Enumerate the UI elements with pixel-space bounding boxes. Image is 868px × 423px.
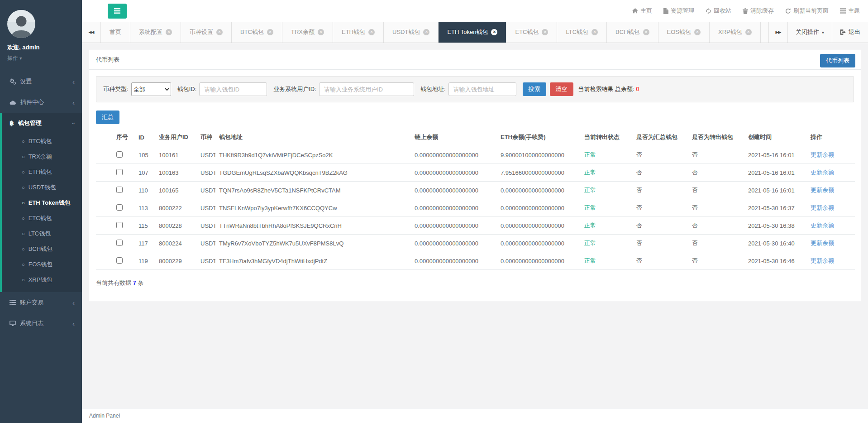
tab-item[interactable]: 系统配置× bbox=[130, 22, 181, 43]
tab-close-icon[interactable]: × bbox=[491, 29, 497, 35]
sidebar-item-system-logs[interactable]: 系统日志‹ bbox=[0, 313, 82, 334]
avatar[interactable] bbox=[7, 10, 35, 38]
chevron-left-icon: ‹ bbox=[72, 320, 75, 327]
sidebar-subitem[interactable]: ○EOS钱包 bbox=[2, 257, 82, 272]
row-checkbox[interactable] bbox=[116, 169, 123, 175]
tab-item[interactable]: ETC钱包× bbox=[506, 22, 557, 43]
tab-item[interactable]: LTC钱包× bbox=[557, 22, 607, 43]
sidebar-subitem[interactable]: ○USDT钱包 bbox=[2, 180, 82, 195]
tab-close-icon[interactable]: × bbox=[643, 29, 649, 35]
update-balance-link[interactable]: 更新余额 bbox=[811, 222, 834, 229]
user-action-dropdown[interactable]: 操作 ▾ bbox=[7, 54, 82, 62]
cell-action: 更新余额 bbox=[807, 182, 855, 199]
cell-is-transfer: 否 bbox=[688, 217, 744, 235]
update-balance-link[interactable]: 更新余额 bbox=[811, 204, 834, 211]
update-balance-link[interactable]: 更新余额 bbox=[811, 257, 834, 264]
sidebar-subitem[interactable]: ○LTC钱包 bbox=[2, 226, 82, 241]
sidebar-item-account-transactions[interactable]: 账户交易‹ bbox=[0, 292, 82, 313]
row-checkbox[interactable] bbox=[116, 257, 123, 264]
trash-icon bbox=[743, 8, 748, 14]
row-checkbox[interactable] bbox=[116, 222, 123, 228]
tab-close-icon[interactable]: × bbox=[694, 29, 701, 35]
tab-close-icon[interactable]: × bbox=[368, 29, 375, 35]
sidebar-subitem[interactable]: ○ETC钱包 bbox=[2, 211, 82, 226]
tab-item[interactable]: ETH Token钱包× bbox=[439, 22, 506, 43]
update-balance-link[interactable]: 更新余额 bbox=[811, 187, 834, 193]
tab-item[interactable]: ETH钱包× bbox=[333, 22, 384, 43]
cell-is-transfer: 否 bbox=[688, 182, 744, 199]
double-chevron-right-icon: ▶▶ bbox=[776, 30, 781, 34]
circle-icon: ○ bbox=[22, 154, 25, 159]
tab-close-icon[interactable]: × bbox=[267, 29, 273, 35]
cell-is-summary: 否 bbox=[633, 164, 688, 182]
clear-cache-link[interactable]: 清除缓存 bbox=[743, 7, 774, 15]
tab-close-icon[interactable]: × bbox=[216, 29, 223, 35]
tab-item[interactable]: BCH钱包× bbox=[607, 22, 658, 43]
row-checkbox[interactable] bbox=[116, 151, 123, 158]
cell-is-summary: 否 bbox=[633, 182, 688, 199]
tab-item[interactable]: 币种设置× bbox=[181, 22, 232, 43]
cell-coin: USDT bbox=[197, 235, 215, 252]
update-balance-link[interactable]: 更新余额 bbox=[811, 169, 834, 176]
search-button[interactable]: 搜索 bbox=[523, 82, 546, 96]
sidebar-subitem[interactable]: ○BTC钱包 bbox=[2, 134, 82, 149]
tab-close-icon[interactable]: × bbox=[591, 29, 598, 35]
topbar: 主页资源管理回收站清除缓存刷新当前页面主题 bbox=[82, 0, 868, 22]
sidebar-item-wallet-management[interactable]: ฿钱包管理‹ bbox=[2, 113, 82, 134]
cell-id: 115 bbox=[135, 217, 155, 235]
clear-button[interactable]: 清空 bbox=[550, 82, 573, 96]
tab-item[interactable]: BTC钱包× bbox=[232, 22, 282, 43]
sidebar-item-settings[interactable]: 设置‹ bbox=[0, 71, 82, 92]
row-checkbox[interactable] bbox=[116, 240, 123, 246]
sidebar-item-plugin-center[interactable]: 插件中心‹ bbox=[0, 92, 82, 113]
coin-type-select[interactable]: 全部 bbox=[131, 82, 171, 96]
sidebar-subitem[interactable]: ○BCH钱包 bbox=[2, 241, 82, 257]
tabs-scroll-right-button[interactable]: ▶▶ bbox=[768, 22, 787, 43]
cell-eth-balance: 0.000000000000000000 bbox=[497, 199, 581, 217]
cell-select bbox=[96, 164, 135, 182]
user-profile: 欢迎, admin 操作 ▾ bbox=[0, 0, 82, 71]
biz-user-id-input[interactable] bbox=[319, 82, 414, 96]
table-row: 1138000222USDTTNSFLKnWpo7iy3ypKerwffr7KX… bbox=[96, 199, 855, 217]
tab-item[interactable]: EOS钱包× bbox=[658, 22, 710, 43]
row-checkbox[interactable] bbox=[116, 187, 123, 193]
sidebar-subitem[interactable]: ○TRX余额 bbox=[2, 149, 82, 164]
close-operations-dropdown[interactable]: 关闭操作 ▾ bbox=[787, 22, 832, 43]
cell-biz-user-id: 8000224 bbox=[155, 235, 197, 252]
tabs-strip: 首页系统配置×币种设置×BTC钱包×TRX余额×ETH钱包×USDT钱包×ETH… bbox=[101, 22, 761, 43]
tab-close-icon[interactable]: × bbox=[423, 29, 429, 35]
tabs-scroll-left-button[interactable]: ◀◀ bbox=[82, 22, 101, 43]
cloud-icon bbox=[10, 100, 16, 105]
row-checkbox[interactable] bbox=[116, 204, 123, 211]
resource-manager-link[interactable]: 资源管理 bbox=[663, 7, 694, 15]
sidebar-subitem[interactable]: ○ETH Token钱包 bbox=[2, 195, 82, 211]
cell-coin: USDT bbox=[197, 217, 215, 235]
refresh-page-link[interactable]: 刷新当前页面 bbox=[785, 7, 829, 15]
menu-toggle-button[interactable] bbox=[108, 4, 127, 19]
wallet-id-input[interactable] bbox=[199, 82, 267, 96]
update-balance-link[interactable]: 更新余额 bbox=[811, 151, 834, 158]
cell-wallet-address: THKft9R3h9d1Q7vkiVMtPFjDCeSCpzSo2K bbox=[215, 146, 411, 164]
home-link[interactable]: 主页 bbox=[632, 7, 652, 15]
token-list-button[interactable]: 代币列表 bbox=[820, 54, 855, 67]
cell-eth-balance: 0.000000000000000000 bbox=[497, 235, 581, 252]
tab-close-icon[interactable]: × bbox=[542, 29, 548, 35]
tab-item[interactable]: TRX余额× bbox=[282, 22, 333, 43]
tab-item[interactable]: USDT钱包× bbox=[384, 22, 439, 43]
table-row: 105100161USDTTHKft9R3h9d1Q7vkiVMtPFjDCeS… bbox=[96, 146, 855, 164]
update-balance-link[interactable]: 更新余额 bbox=[811, 240, 834, 246]
refresh-icon bbox=[785, 8, 791, 14]
tab-close-icon[interactable]: × bbox=[318, 29, 324, 35]
tab-close-icon[interactable]: × bbox=[745, 29, 752, 35]
sidebar-subitem[interactable]: ○XRP钱包 bbox=[2, 272, 82, 288]
tab-close-icon[interactable]: × bbox=[166, 29, 172, 35]
tab-item[interactable]: XRP钱包× bbox=[710, 22, 761, 43]
sidebar-subitem[interactable]: ○ETH钱包 bbox=[2, 164, 82, 180]
logout-button[interactable]: 退出 bbox=[832, 22, 868, 43]
tab-item[interactable]: 首页 bbox=[101, 22, 130, 43]
summarize-button[interactable]: 汇总 bbox=[96, 111, 119, 124]
theme-link[interactable]: 主题 bbox=[840, 7, 860, 15]
wallet-address-input[interactable] bbox=[448, 82, 516, 96]
cell-chain-balance: 0.000000000000000000 bbox=[411, 252, 497, 270]
recycle-bin-link[interactable]: 回收站 bbox=[706, 7, 731, 15]
